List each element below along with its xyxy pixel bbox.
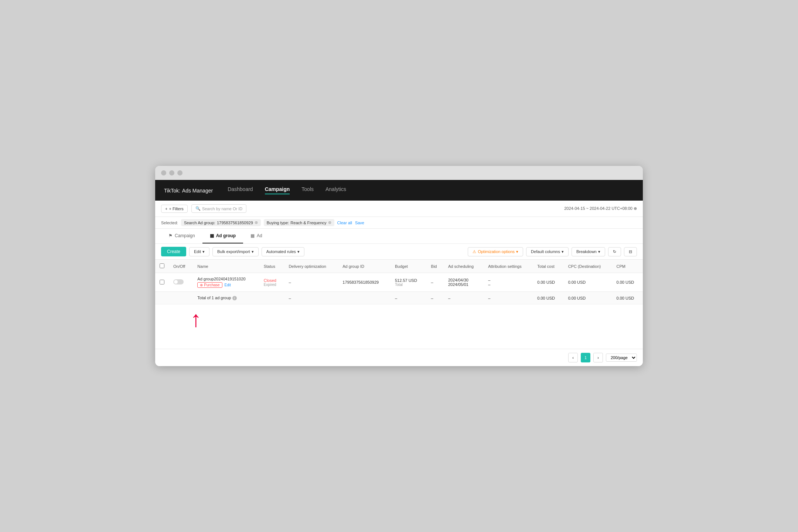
th-on-off: On/Off bbox=[169, 260, 193, 273]
action-bar: Create Edit ▾ Bulk export/import ▾ Autom… bbox=[155, 244, 643, 260]
table-header-row: On/Off Name Status Delivery optimization… bbox=[155, 260, 643, 273]
buying-type-label: Buying type: bbox=[267, 221, 289, 225]
row-bid: – bbox=[427, 273, 444, 292]
clear-all-button[interactable]: Clear all bbox=[337, 221, 352, 225]
nav-logo-text: TikTok: bbox=[164, 188, 180, 194]
row-name: Ad group20240419151020 ⊕ Purchase Edit bbox=[193, 273, 259, 292]
row-delivery: – bbox=[284, 273, 338, 292]
browser-dot-2 bbox=[169, 170, 174, 175]
default-columns-label: Default columns bbox=[531, 249, 560, 254]
bulk-export-button[interactable]: Bulk export/import ▾ bbox=[212, 247, 259, 256]
row-on-off[interactable] bbox=[169, 273, 193, 292]
search-box[interactable]: 🔍 Search by name Or ID bbox=[191, 204, 246, 213]
total-checkbox-cell bbox=[155, 292, 169, 304]
budget-sub: Total bbox=[395, 283, 422, 287]
select-all-checkbox[interactable] bbox=[160, 263, 164, 268]
tab-campaign[interactable]: ⚑ Campaign bbox=[161, 229, 202, 243]
ad-group-filter-close[interactable]: ⊗ bbox=[255, 220, 258, 225]
th-ad-scheduling: Ad scheduling bbox=[444, 260, 484, 273]
default-columns-chevron-icon: ▾ bbox=[562, 249, 564, 254]
browser-window: TikTok: Ads Manager Dashboard Campaign T… bbox=[155, 166, 643, 366]
row-edit-link[interactable]: Edit bbox=[225, 283, 231, 287]
page-1-button[interactable]: 1 bbox=[581, 353, 590, 362]
columns-settings-button[interactable]: ⊟ bbox=[624, 247, 637, 256]
row-budget: 512.57 USD Total bbox=[391, 273, 427, 292]
row-total-cost: 0.00 USD bbox=[533, 273, 563, 292]
toolbar: + + Filters 🔍 Search by name Or ID 2024-… bbox=[155, 201, 643, 217]
row-ad-scheduling: 2024/04/30 2024/05/01 bbox=[444, 273, 484, 292]
total-row: Total of 1 ad group i – – – – – 0.00 USD… bbox=[155, 292, 643, 304]
prev-page-button[interactable]: ‹ bbox=[568, 353, 578, 362]
buying-type-filter-close[interactable]: ⊗ bbox=[328, 220, 331, 225]
ad-group-tab-label: Ad group bbox=[216, 233, 236, 238]
browser-chrome bbox=[155, 166, 643, 180]
row-ad-group-id: 1795837561850929 bbox=[338, 273, 391, 292]
total-label-text: Total of 1 ad group bbox=[197, 296, 231, 300]
refresh-button[interactable]: ↻ bbox=[608, 247, 621, 256]
row-cpm: 0.00 USD bbox=[612, 273, 643, 292]
automated-rules-chevron-icon: ▾ bbox=[297, 249, 300, 254]
save-filter-button[interactable]: Save bbox=[355, 221, 364, 225]
ad-tab-icon: ▦ bbox=[250, 233, 255, 238]
budget-value: 512.57 USD bbox=[395, 278, 422, 283]
optimization-button[interactable]: ⚠ Optimization options ▾ bbox=[468, 247, 523, 256]
edit-button[interactable]: Edit ▾ bbox=[189, 247, 209, 256]
total-cost: 0.00 USD bbox=[533, 292, 563, 304]
red-arrow-annotation: ↑ bbox=[190, 308, 201, 330]
create-button[interactable]: Create bbox=[161, 247, 186, 256]
total-attribution: – bbox=[484, 292, 533, 304]
purchase-badge[interactable]: ⊕ Purchase bbox=[197, 282, 222, 288]
ad-scheduling-end: 2024/05/01 bbox=[448, 282, 479, 287]
th-attribution: Attribution settings bbox=[484, 260, 533, 273]
nav-item-analytics[interactable]: Analytics bbox=[325, 186, 346, 194]
th-bid: Bid bbox=[427, 260, 444, 273]
optimization-chevron-icon: ▾ bbox=[516, 249, 518, 254]
warning-icon: ⚠ bbox=[473, 249, 476, 254]
browser-dot-1 bbox=[161, 170, 166, 175]
row-checkbox[interactable] bbox=[160, 280, 164, 284]
default-columns-button[interactable]: Default columns ▾ bbox=[526, 247, 569, 256]
next-page-button[interactable]: › bbox=[593, 353, 603, 362]
ad-group-filter-label: Search Ad group: bbox=[184, 221, 215, 225]
tab-ad-group[interactable]: ▦ Ad group bbox=[202, 229, 243, 243]
ad-scheduling-start: 2024/04/30 bbox=[448, 278, 479, 282]
row-checkbox-cell[interactable] bbox=[155, 273, 169, 292]
filter-label: + Filters bbox=[169, 207, 183, 211]
on-off-switch[interactable] bbox=[173, 279, 184, 284]
attribution-1: – bbox=[488, 278, 528, 282]
th-cpm: CPM bbox=[612, 260, 643, 273]
ad-group-table: On/Off Name Status Delivery optimization… bbox=[155, 260, 643, 304]
buying-type-value: Reach & Frequency bbox=[290, 221, 326, 225]
th-checkbox[interactable] bbox=[155, 260, 169, 273]
total-on-off bbox=[169, 292, 193, 304]
filter-button[interactable]: + + Filters bbox=[161, 205, 188, 213]
th-total-cost: Total cost bbox=[533, 260, 563, 273]
tab-bar: ⚑ Campaign ▦ Ad group ▦ Ad bbox=[155, 229, 643, 244]
th-ad-group-id: Ad group ID bbox=[338, 260, 391, 273]
nav-item-tools[interactable]: Tools bbox=[301, 186, 314, 194]
tab-ad[interactable]: ▦ Ad bbox=[243, 229, 270, 243]
ad-group-filter-tag: Search Ad group: 1795837561850929 ⊗ bbox=[181, 219, 261, 226]
table-row: Ad group20240419151020 ⊕ Purchase Edit C… bbox=[155, 273, 643, 292]
nav-item-dashboard[interactable]: Dashboard bbox=[228, 186, 253, 194]
nav-item-campaign[interactable]: Campaign bbox=[265, 186, 290, 194]
th-status: Status bbox=[259, 260, 284, 273]
row-attribution: – – bbox=[484, 273, 533, 292]
ad-group-name: Ad group20240419151020 bbox=[197, 277, 255, 281]
th-name: Name bbox=[193, 260, 259, 273]
table-container: On/Off Name Status Delivery optimization… bbox=[155, 260, 643, 304]
search-icon: 🔍 bbox=[195, 206, 201, 211]
nav-logo: TikTok: Ads Manager bbox=[164, 187, 213, 194]
nav-bar: TikTok: Ads Manager Dashboard Campaign T… bbox=[155, 180, 643, 201]
total-delivery: – bbox=[284, 292, 338, 304]
per-page-select[interactable]: 200/page bbox=[606, 354, 637, 362]
buying-type-filter-tag: Buying type: Reach & Frequency ⊗ bbox=[264, 219, 334, 226]
automated-rules-button[interactable]: Automated rules ▾ bbox=[262, 247, 304, 256]
breakdown-button[interactable]: Breakdown ▾ bbox=[572, 247, 605, 256]
total-info-icon[interactable]: i bbox=[232, 296, 237, 300]
ad-group-filter-value: 1795837561850929 bbox=[217, 221, 253, 225]
total-ad-scheduling: – bbox=[444, 292, 484, 304]
total-label: Total of 1 ad group i bbox=[193, 292, 259, 304]
total-ad-group-id bbox=[338, 292, 391, 304]
date-range[interactable]: 2024-04-15 ~ 2024-04-22 UTC+08:00 ⊕ bbox=[564, 206, 637, 211]
